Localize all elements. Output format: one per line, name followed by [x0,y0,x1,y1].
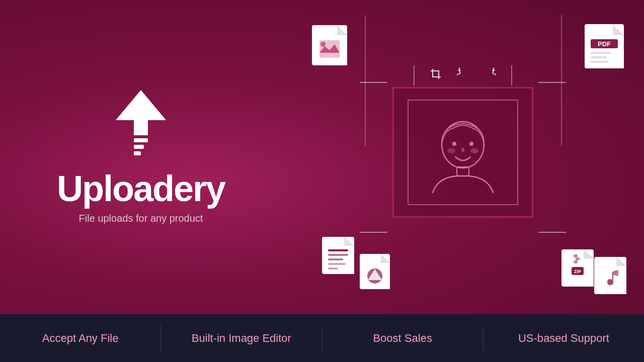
file-icon-vector [360,254,390,289]
upload-dot-1 [134,138,148,142]
toolbar-divider-right [511,65,512,85]
upload-dot-3 [134,151,141,155]
svg-text:PDF: PDF [598,40,611,48]
svg-rect-7 [328,249,348,251]
upload-icon [116,90,166,155]
content-area: Uploadery File uploads for any product [0,0,644,314]
upload-dot-2 [134,145,144,149]
svg-rect-14 [574,254,578,257]
feature-boost-sales: Boost Sales [323,332,483,345]
left-panel: Uploadery File uploads for any product [0,0,282,314]
svg-rect-15 [576,257,580,260]
svg-rect-11 [328,267,338,269]
rotate-left-icon[interactable] [457,68,469,83]
crop-icon[interactable] [430,68,442,83]
svg-point-20 [452,142,456,146]
svg-point-1 [320,42,326,47]
svg-rect-9 [328,258,343,260]
svg-text:ZIP: ZIP [574,269,581,274]
file-icon-pdf: PDF [585,24,624,68]
corner-line-br [538,232,566,233]
svg-point-22 [461,148,464,152]
file-icon-music [594,257,626,294]
right-panel: PDF [282,0,644,314]
music-file-svg [594,257,626,294]
pdf-file-svg: PDF [585,24,624,68]
zip-file-svg: ZIP [561,249,594,287]
editor-mockup [392,87,533,228]
doc-file-svg [322,237,354,274]
svg-rect-16 [574,260,578,263]
image-file-svg [312,25,347,65]
toolbar-divider-left [414,65,415,85]
editor-inner-frame [408,100,518,205]
svg-point-24 [470,148,478,153]
file-icon-doc [322,237,354,274]
editor-frame [392,87,533,218]
editor-vline-left [365,15,366,146]
bottom-bar: Accept Any File Built-in Image Editor Bo… [0,314,644,362]
upload-dots [134,138,148,155]
feature-label-accept: Accept Any File [42,332,119,345]
main-container: Uploadery File uploads for any product [0,0,644,362]
svg-rect-5 [591,56,607,58]
brand-tagline: File uploads for any product [79,213,203,224]
vector-file-svg [360,254,390,289]
svg-rect-8 [328,254,348,256]
upload-arrow-shaft [134,120,148,135]
avatar-illustration [423,110,503,195]
feature-label-support: US-based Support [518,332,609,345]
svg-point-23 [447,148,455,153]
feature-accept-any-file: Accept Any File [0,332,160,345]
svg-point-21 [469,142,473,146]
upload-arrow-head [116,90,166,120]
brand-name: Uploadery [57,170,225,207]
svg-rect-10 [328,263,346,265]
file-icon-image [312,25,347,65]
svg-rect-6 [591,61,609,63]
feature-label-sales: Boost Sales [373,332,432,345]
svg-rect-4 [591,52,611,54]
rotate-right-icon[interactable] [484,68,496,83]
feature-us-support: US-based Support [484,332,644,345]
feature-built-in-editor: Built-in Image Editor [161,332,321,345]
file-icon-zip: ZIP [561,249,594,287]
editor-vline-right [561,15,562,146]
feature-label-editor: Built-in Image Editor [192,332,291,345]
corner-line-tl [360,82,387,83]
corner-line-bl [360,232,387,233]
